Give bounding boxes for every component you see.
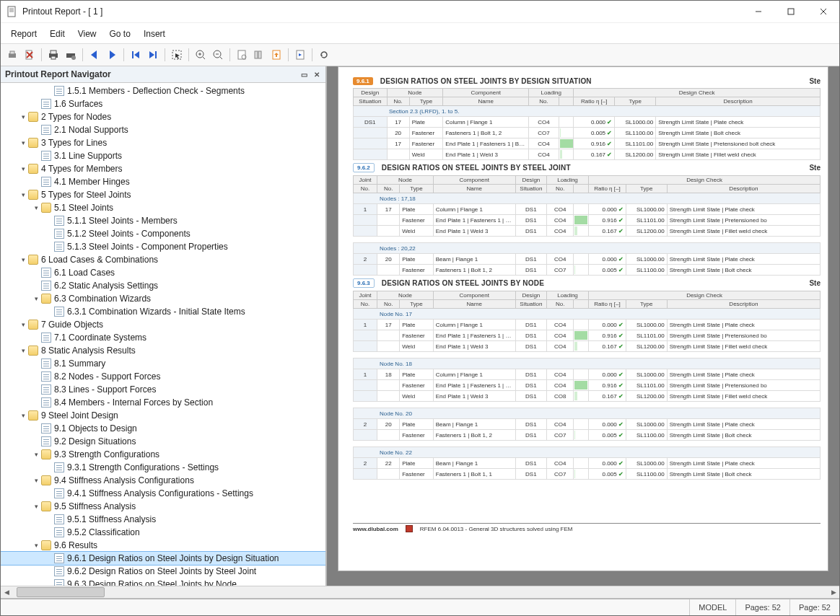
statusbar: MODEL Pages: 52 Page: 52 [1,598,839,615]
tree-item[interactable]: ▾9.6 Results [1,539,325,552]
report-hscroll[interactable]: ◀ ▶ [1,586,839,598]
tree-label: 6.1 Load Cases [54,268,115,278]
tree-item[interactable]: ▾9 Steel Joint Design [1,409,325,422]
folder-icon [28,346,38,356]
tree-item[interactable]: ▾5 Types for Steel Joints [1,188,325,201]
tree-item[interactable]: ▾8 Static Analysis Results [1,344,325,357]
tree-item[interactable]: ▾4 Types for Members [1,162,325,175]
scroll-thumb[interactable] [17,587,105,597]
scroll-right-icon[interactable]: ▶ [828,587,839,597]
delete-page-icon[interactable] [22,48,37,62]
tree-label: 9.5.2 Classification [67,527,140,537]
menu-report[interactable]: Report [5,27,43,40]
tree-item[interactable]: ▸5.1.3 Steel Joints - Component Properti… [1,240,325,253]
tree-label: 6.3 Combination Wizards [54,294,151,304]
close-button[interactable] [807,1,839,22]
nav-last-icon[interactable] [146,48,160,62]
tree-item[interactable]: ▾7 Guide Objects [1,318,325,331]
tree-item[interactable]: ▾9.3 Strength Configurations [1,448,325,461]
tree-item[interactable]: ▸5.1.2 Steel Joints - Components [1,227,325,240]
app-window: Printout Report - [ 1 ] ReportEditViewGo… [0,0,840,616]
tree-item[interactable]: ▸9.4.1 Stiffness Analysis Configurations… [1,487,325,500]
tree-item[interactable]: ▾6.3 Combination Wizards [1,292,325,305]
document-icon [41,358,51,369]
printer-icon[interactable] [46,48,61,62]
columns-icon[interactable] [252,48,266,62]
status-pages: Pages: 52 [736,599,790,615]
tree-item[interactable]: ▸9.5.1 Stiffness Analysis [1,513,325,526]
tree-item[interactable]: ▸1.5.1 Members - Deflection Check - Segm… [1,84,325,97]
section-badge: 9.6.1 [353,77,373,85]
tree-item[interactable]: ▾6 Load Cases & Combinations [1,253,325,266]
maximize-button[interactable] [774,1,807,22]
tree-item[interactable]: ▸9.6.1 Design Ratios on Steel Joints by … [1,552,325,565]
document-icon [41,268,51,278]
tree-label: 9.6 Results [54,540,97,550]
menu-go-to[interactable]: Go to [104,27,136,40]
tree-item[interactable]: ▸9.6.2 Design Ratios on Steel Joints by … [1,565,325,578]
tree-item[interactable]: ▸7.1 Coordinate Systems [1,331,325,344]
navigator-tree[interactable]: ▸1.5.1 Members - Deflection Check - Segm… [1,83,325,586]
new-doc-icon[interactable] [293,48,307,62]
export-icon[interactable] [269,48,284,62]
nav-prev-icon[interactable] [87,48,102,62]
svg-rect-35 [255,51,258,58]
menu-edit[interactable]: Edit [44,27,71,40]
tree-item[interactable]: ▾9.4 Stiffness Analysis Configurations [1,474,325,487]
tree-item[interactable]: ▾9.5 Stiffness Analysis [1,500,325,513]
nav-next-icon[interactable] [105,48,119,62]
tree-item[interactable]: ▸8.3 Lines - Support Forces [1,383,325,396]
select-icon[interactable] [170,48,184,62]
minimize-button[interactable] [742,1,774,22]
nav-first-icon[interactable] [128,48,143,62]
zoom-in-icon[interactable] [193,48,208,62]
tree-item[interactable]: ▸4.1 Member Hinges [1,175,325,188]
tree-item[interactable]: ▸9.1 Objects to Design [1,422,325,435]
folder-icon [41,540,51,550]
brand-square-icon [406,525,413,532]
document-icon [6,6,18,17]
tree-item[interactable]: ▸8.4 Members - Internal Forces by Sectio… [1,396,325,409]
tree-item[interactable]: ▾3 Types for Lines [1,136,325,149]
tree-item[interactable]: ▸5.1.1 Steel Joints - Members [1,214,325,227]
tree-item[interactable]: ▾5.1 Steel Joints [1,201,325,214]
document-icon [54,462,64,472]
svg-point-17 [71,56,76,60]
section-badge: 9.6.3 [353,278,375,288]
printer-settings-icon[interactable] [64,48,78,62]
tree-item[interactable]: ▸8.1 Summary [1,357,325,370]
status-page: Page: 52 [790,599,839,615]
tree-item[interactable]: ▸9.2 Design Situations [1,435,325,448]
tree-item[interactable]: ▸9.6.3 Design Ratios on Steel Joints by … [1,578,325,586]
tree-item[interactable]: ▸9.5.2 Classification [1,526,325,539]
report-viewport[interactable]: 9.6.1DESIGN RATIOS ON STEEL JOINTS BY DE… [327,66,839,586]
tree-label: 5.1 Steel Joints [54,203,113,213]
tree-item[interactable]: ▸1.6 Surfaces [1,97,325,110]
page-setup-icon[interactable] [235,48,249,62]
tree-item[interactable]: ▸6.3.1 Combination Wizards - Initial Sta… [1,305,325,318]
section-title: DESIGN RATIOS ON STEEL JOINTS BY NODE [382,279,544,287]
document-icon [41,423,51,434]
document-icon [41,177,51,187]
tree-item[interactable]: ▸8.2 Nodes - Support Forces [1,370,325,383]
report-table: DesignNodeComponentLoadingDesign CheckSi… [353,88,821,160]
tree-label: 4 Types for Members [41,164,123,174]
tree-item[interactable]: ▸9.3.1 Strength Configurations - Setting… [1,461,325,474]
refresh-icon[interactable] [317,48,331,62]
menu-view[interactable]: View [72,27,102,40]
print-icon[interactable] [5,48,19,62]
navigator-title: Printout Report Navigator [5,69,111,79]
pane-float-icon[interactable]: ▭ [298,69,310,80]
tree-label: 9.6.2 Design Ratios on Steel Joints by S… [67,566,256,576]
menu-insert[interactable]: Insert [138,27,171,40]
zoom-out-icon[interactable] [211,48,225,62]
pane-close-icon[interactable]: ✕ [311,69,323,80]
tree-item[interactable]: ▸6.2 Static Analysis Settings [1,279,325,292]
svg-rect-14 [51,50,56,54]
tree-item[interactable]: ▸6.1 Load Cases [1,266,325,279]
tree-item[interactable]: ▾2 Types for Nodes [1,110,325,123]
tree-item[interactable]: ▸2.1 Nodal Supports [1,123,325,136]
folder-icon [41,475,51,485]
scroll-left-icon[interactable]: ◀ [1,587,12,597]
tree-item[interactable]: ▸3.1 Line Supports [1,149,325,162]
